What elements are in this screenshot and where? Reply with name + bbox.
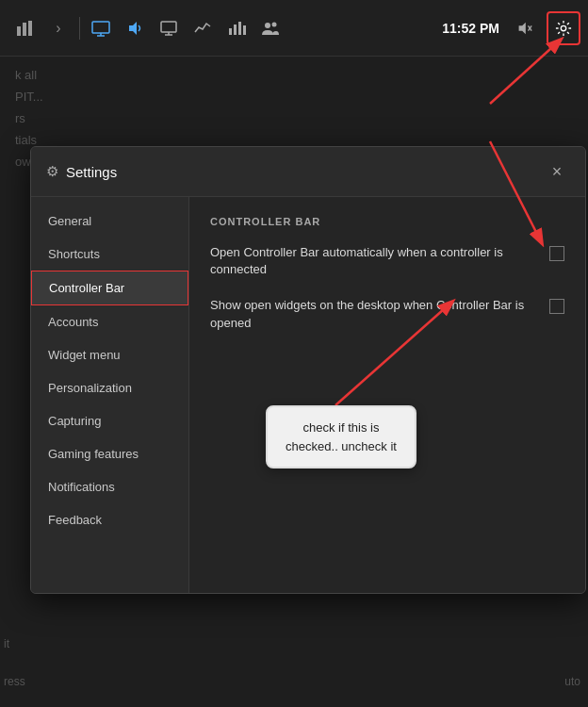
graph-icon[interactable] xyxy=(8,11,41,45)
bg-bottom-right: uto xyxy=(564,675,580,688)
dialog-body: General Shortcuts Controller Bar Account… xyxy=(31,197,585,593)
setting-row-2: Show open widgets on the desktop when Co… xyxy=(210,297,564,331)
svg-point-19 xyxy=(561,25,565,30)
svg-rect-11 xyxy=(234,25,237,35)
setting-label-2: Show open widgets on the desktop when Co… xyxy=(210,297,538,331)
setting-checkbox-2[interactable] xyxy=(549,299,564,314)
performance-icon[interactable] xyxy=(186,11,220,45)
nav-notifications[interactable]: Notifications xyxy=(31,470,188,503)
bg-bottom-left2: it xyxy=(4,637,9,650)
settings-icon[interactable] xyxy=(547,11,580,45)
separator xyxy=(79,17,80,40)
svg-marker-6 xyxy=(129,22,137,35)
bg-line-1: k all xyxy=(15,68,573,82)
people-icon[interactable] xyxy=(253,11,287,45)
svg-rect-7 xyxy=(161,22,176,32)
monitor-icon[interactable] xyxy=(152,11,186,45)
settings-dialog: ⚙ Settings × General Shortcuts Controlle… xyxy=(30,146,586,594)
nav-feedback[interactable]: Feedback xyxy=(31,503,188,536)
setting-row-1: Open Controller Bar automatically when a… xyxy=(210,244,564,278)
setting-label-1: Open Controller Bar automatically when a… xyxy=(210,244,538,278)
clock: 11:52 PM xyxy=(442,21,499,36)
bar-chart-icon[interactable] xyxy=(220,11,253,45)
nav-general[interactable]: General xyxy=(31,205,188,238)
svg-rect-3 xyxy=(92,22,109,33)
dialog-titlebar: ⚙ Settings × xyxy=(31,147,585,197)
callout-tooltip: check if this is checked.. uncheck it xyxy=(266,405,416,469)
svg-rect-1 xyxy=(23,23,26,36)
svg-point-15 xyxy=(272,22,277,26)
taskbar: › xyxy=(0,0,588,57)
section-header: CONTROLLER BAR xyxy=(210,216,564,227)
nav-personalization[interactable]: Personalization xyxy=(31,371,188,404)
svg-rect-2 xyxy=(28,21,32,36)
nav-capturing[interactable]: Capturing xyxy=(31,404,188,437)
callout-text: check if this is checked.. uncheck it xyxy=(286,420,397,453)
nav-accounts[interactable]: Accounts xyxy=(31,305,188,338)
dialog-title-icon: ⚙ xyxy=(46,163,58,180)
chevron-right-icon[interactable]: › xyxy=(41,11,75,45)
nav-gaming-features[interactable]: Gaming features xyxy=(31,437,188,470)
nav-widget-menu[interactable]: Widget menu xyxy=(31,338,188,371)
bg-line-4: tials xyxy=(15,133,573,147)
volume-icon[interactable] xyxy=(118,11,152,45)
bg-line-2: PIT... xyxy=(15,90,573,104)
taskbar-right-icons xyxy=(507,11,580,45)
dialog-title: Settings xyxy=(66,164,544,180)
svg-rect-10 xyxy=(229,28,232,35)
mute-icon[interactable] xyxy=(507,11,541,45)
svg-rect-13 xyxy=(243,25,246,35)
dialog-close-button[interactable]: × xyxy=(544,158,570,185)
settings-content: CONTROLLER BAR Open Controller Bar autom… xyxy=(189,197,585,593)
settings-nav: General Shortcuts Controller Bar Account… xyxy=(31,197,189,593)
svg-rect-0 xyxy=(17,26,21,36)
nav-shortcuts[interactable]: Shortcuts xyxy=(31,238,188,271)
svg-point-14 xyxy=(265,23,270,28)
bg-bottom-left: ress xyxy=(4,675,25,688)
bg-line-3: rs xyxy=(15,111,573,125)
svg-rect-12 xyxy=(238,22,241,35)
setting-checkbox-1[interactable] xyxy=(549,246,564,261)
display-icon[interactable] xyxy=(84,11,118,45)
svg-marker-16 xyxy=(519,22,526,34)
nav-controller-bar[interactable]: Controller Bar xyxy=(31,271,188,305)
